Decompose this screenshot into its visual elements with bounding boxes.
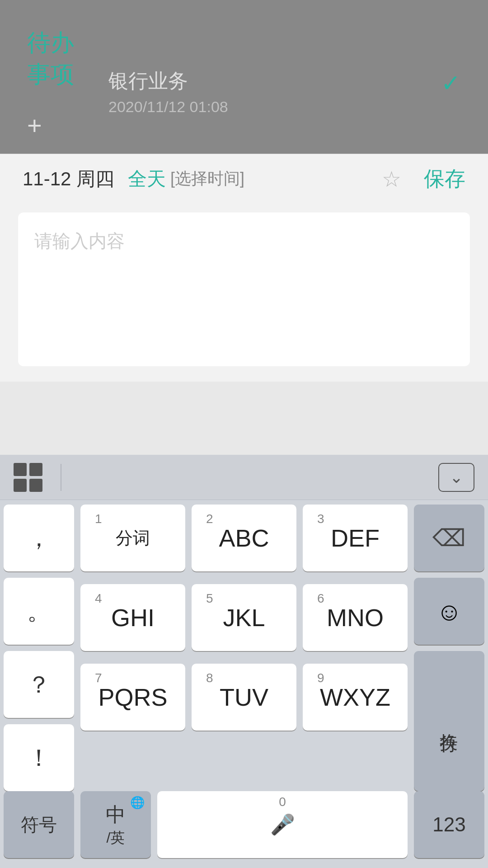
- keyboard-row-3: 7 PQRS 8 TUV 9 WXYZ: [80, 664, 408, 731]
- todo-item-title: 银行业务: [108, 68, 228, 94]
- zero-label: 0: [279, 795, 286, 809]
- keyboard-dismiss-button[interactable]: ⌄: [438, 463, 474, 492]
- punct-period-label: 。: [27, 599, 51, 623]
- punct-key-comma[interactable]: ，: [4, 505, 74, 571]
- space-key[interactable]: 0 🎤: [157, 791, 408, 858]
- key-wxyz[interactable]: 9 WXYZ: [303, 664, 408, 731]
- backspace-key[interactable]: ⌫: [414, 505, 484, 571]
- chinese-label: 中: [106, 802, 126, 828]
- key-ghi[interactable]: 4 GHI: [80, 584, 185, 651]
- emoji-icon: ☺: [436, 597, 462, 626]
- key-pqrs[interactable]: 7 PQRS: [80, 664, 185, 731]
- new-task-bar: 11-12 周四 全天 [选择时间] ☆ 保存: [0, 154, 488, 203]
- punct-question-label: ？: [27, 673, 51, 696]
- key-def-label: DEF: [331, 526, 380, 550]
- punct-comma-label: ，: [27, 526, 51, 550]
- task-star-icon[interactable]: ☆: [382, 166, 401, 192]
- mic-icon: 🎤: [270, 813, 295, 836]
- content-input-area: [0, 203, 488, 382]
- todo-item-content: 银行业务 2020/11/12 01:08: [108, 68, 228, 116]
- task-date: 11-12 周四: [23, 166, 114, 192]
- key-def[interactable]: 3 DEF: [303, 505, 408, 571]
- todo-side-label: 事项: [27, 59, 74, 90]
- toolbar-divider: [61, 464, 61, 491]
- keyboard-toolbar: ⌄: [0, 455, 488, 500]
- punct-key-question[interactable]: ？: [4, 651, 74, 718]
- keyboard-main-grid: ， 。 ？ ！ 1 分词: [4, 505, 484, 791]
- key-pqrs-label: PQRS: [98, 685, 167, 709]
- chinese-key[interactable]: 🌐 中 /英: [80, 791, 151, 858]
- key-fenchi[interactable]: 1 分词: [80, 505, 185, 571]
- todo-item-date: 2020/11/12 01:08: [108, 98, 228, 116]
- keyboard: ⌄ ， 。 ？ ！: [0, 455, 488, 868]
- todo-item-row: 银行业务 2020/11/12 01:08 ✓: [27, 68, 461, 116]
- grid-cell: [14, 479, 27, 492]
- punct-key-period[interactable]: 。: [4, 578, 74, 645]
- todo-title: 待办: [27, 29, 74, 56]
- grid-cell: [14, 463, 27, 476]
- punct-key-exclaim[interactable]: ！: [4, 724, 74, 791]
- todo-add-button[interactable]: +: [27, 111, 42, 140]
- keyboard-keys: ， 。 ？ ！ 1 分词: [0, 500, 488, 868]
- symbol-key[interactable]: 符号: [4, 791, 74, 858]
- key-wxyz-label: WXYZ: [320, 685, 390, 709]
- newline-key[interactable]: 换行: [414, 651, 484, 791]
- key-abc-label: ABC: [219, 526, 269, 550]
- globe-icon: 🌐: [130, 796, 145, 810]
- chinese-sublabel: /英: [107, 828, 125, 848]
- newline-label: 换行: [437, 719, 462, 723]
- key-tuv[interactable]: 8 TUV: [192, 664, 296, 731]
- task-allday[interactable]: 全天: [128, 166, 166, 192]
- backspace-icon: ⌫: [432, 524, 466, 552]
- key-mno[interactable]: 6 MNO: [303, 584, 408, 651]
- key-fenchi-label: 分词: [116, 529, 150, 547]
- key-tuv-label: TUV: [220, 685, 268, 709]
- keyboard-bottom-row: 符号 🌐 中 /英 0 🎤 123: [4, 791, 484, 858]
- todo-background: 待办 事项 银行业务 2020/11/12 01:08 ✓ +: [0, 0, 488, 154]
- symbol-label: 符号: [21, 812, 57, 837]
- content-input[interactable]: [18, 212, 470, 366]
- punct-exclaim-label: ！: [27, 746, 51, 769]
- grid-cell: [29, 479, 42, 492]
- key-ghi-label: GHI: [111, 605, 155, 630]
- punctuation-column: ， 。 ？ ！: [4, 505, 74, 791]
- key-jkl[interactable]: 5 JKL: [192, 584, 296, 651]
- spacer: [0, 382, 488, 455]
- keyboard-right-column: ⌫ ☺ 换行: [414, 505, 484, 791]
- keyboard-grid-icon[interactable]: [14, 463, 42, 492]
- key-mno-label: MNO: [327, 605, 384, 630]
- task-save-button[interactable]: 保存: [424, 165, 465, 193]
- emoji-key[interactable]: ☺: [414, 578, 484, 645]
- keyboard-row-1: 1 分词 2 ABC 3 DEF: [80, 505, 408, 571]
- grid-cell: [29, 463, 42, 476]
- chevron-down-icon: ⌄: [450, 468, 463, 487]
- num-label: 123: [432, 813, 465, 836]
- todo-check-icon: ✓: [441, 70, 461, 97]
- keyboard-row-2: 4 GHI 5 JKL 6 MNO: [80, 584, 408, 651]
- num-key[interactable]: 123: [414, 791, 484, 858]
- task-time-select[interactable]: [选择时间]: [170, 168, 244, 190]
- key-jkl-label: JKL: [223, 605, 265, 630]
- key-abc[interactable]: 2 ABC: [192, 505, 296, 571]
- keyboard-main-columns: 1 分词 2 ABC 3 DEF 4 GHI: [80, 505, 408, 791]
